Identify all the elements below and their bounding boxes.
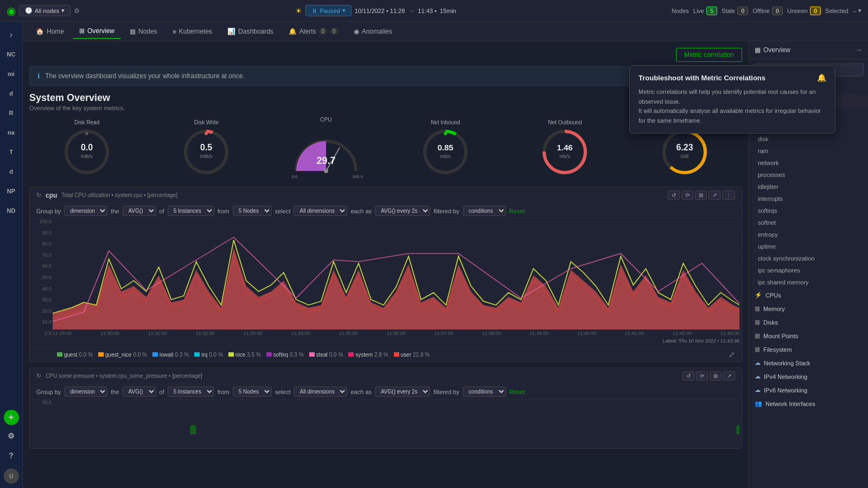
time-start: 10/11/2022 • 11:28 [355, 8, 405, 14]
pause-icon: ⏸ [311, 8, 317, 14]
pause-button[interactable]: ⏸ Paused ▾ [305, 5, 351, 16]
time-arrow: → [408, 7, 414, 15]
live-badge: 5 [706, 7, 717, 15]
selected-stat: Selected – ▾ [825, 7, 861, 14]
time-end: 11:43 • [418, 8, 436, 14]
unseen-stat: Unseen 0 [787, 7, 821, 15]
all-nodes-label: All nodes [35, 8, 59, 14]
offline-stat: Offline 0 [752, 7, 783, 15]
topbar: ◉ 🕐 All nodes ▾ ⚙ ☀ ⏸ Paused ▾ 10/11/202… [0, 0, 868, 22]
live-stat: Live 5 [693, 7, 717, 15]
logo-icon: ◉ [7, 4, 16, 17]
topbar-right: Nodes Live 5 Stale 0 Offline 0 Unseen 0 … [672, 7, 861, 15]
chevron-down-icon-pause: ▾ [342, 7, 346, 14]
topbar-center: ☀ ⏸ Paused ▾ 10/11/2022 • 11:28 → 11:43 … [84, 5, 667, 16]
chevron-down-icon: ▾ [61, 7, 65, 14]
unseen-badge: 0 [810, 7, 821, 15]
sun-icon: ☀ [295, 7, 302, 15]
settings-icon[interactable]: ⚙ [74, 7, 80, 15]
all-nodes-button[interactable]: 🕐 All nodes ▾ [19, 5, 71, 16]
stale-stat: Stale 0 [722, 7, 748, 15]
chevron-down-selected: ▾ [858, 7, 861, 14]
time-range: 15min [440, 8, 456, 14]
clock-icon: 🕐 [25, 7, 33, 14]
topbar-left: ◉ 🕐 All nodes ▾ ⚙ [7, 4, 80, 17]
pause-label: Paused [320, 8, 340, 14]
nodes-label: Nodes [672, 8, 689, 14]
stale-badge: 0 [737, 7, 748, 15]
offline-badge: 0 [772, 7, 783, 15]
